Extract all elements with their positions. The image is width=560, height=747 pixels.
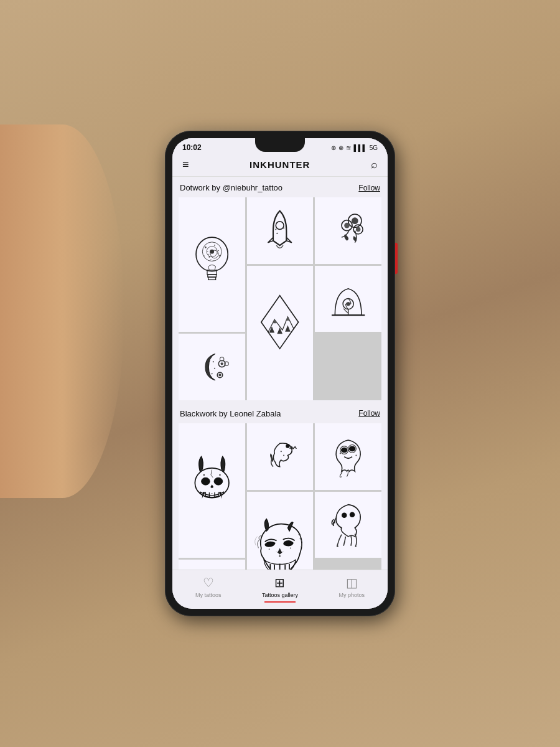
bottom-navigation: ♡ My tattoos ⊞ Tattoos gallery ◫ My phot… [172, 570, 388, 609]
svg-point-55 [211, 493, 212, 494]
svg-point-58 [283, 454, 284, 456]
grid-icon: ⊞ [274, 575, 285, 590]
status-time: 10:02 [182, 143, 202, 152]
svg-point-5 [218, 250, 219, 251]
tattoo-moon-flowers[interactable] [179, 334, 245, 400]
svg-point-53 [203, 474, 205, 476]
svg-point-40 [218, 374, 221, 376]
gallery-blackwork [179, 423, 381, 570]
svg-point-18 [217, 253, 217, 254]
svg-point-65 [355, 454, 357, 456]
svg-point-0 [196, 237, 228, 271]
svg-point-16 [208, 253, 209, 254]
nav-tattoos-gallery-label: Tattoos gallery [262, 592, 298, 598]
svg-point-24 [277, 233, 278, 234]
svg-point-71 [269, 549, 270, 550]
tattoo-dark-rose[interactable] [179, 560, 245, 570]
nav-my-tattoos[interactable]: ♡ My tattoos [172, 575, 244, 603]
svg-point-59 [341, 447, 348, 453]
phone-notch [255, 138, 305, 152]
section-dotwork-title: Dotwork by @niebuhr_tattoo [180, 183, 282, 192]
status-icons: ⊕ ⊗ ≋ ▌▌▌ 5G [331, 144, 378, 151]
menu-icon[interactable]: ≡ [182, 158, 189, 171]
svg-point-74 [342, 513, 347, 519]
section-dotwork-header: Dotwork by @niebuhr_tattoo Follow [179, 183, 381, 192]
svg-point-45 [211, 373, 212, 374]
tattoo-rocket[interactable] [247, 197, 314, 264]
svg-point-48 [214, 477, 223, 485]
section-blackwork-header: Blackwork by Leonel Zabala Follow [179, 409, 381, 418]
tattoo-lightbulb[interactable] [179, 197, 245, 332]
nav-my-photos[interactable]: ◫ My photos [316, 575, 388, 603]
svg-point-38 [220, 362, 223, 365]
tattoo-raptor[interactable] [247, 423, 314, 490]
svg-point-28 [344, 223, 350, 228]
tattoo-rose-dome[interactable] [315, 266, 381, 332]
svg-point-19 [210, 259, 211, 260]
tattoo-jellyfish-skull[interactable] [315, 492, 381, 558]
section-dotwork: Dotwork by @niebuhr_tattoo Follow [179, 183, 381, 400]
section-blackwork: Blackwork by Leonel Zabala Follow [179, 409, 381, 570]
svg-point-57 [281, 451, 282, 452]
svg-point-60 [349, 446, 356, 451]
content-area: Dotwork by @niebuhr_tattoo Follow [172, 177, 388, 570]
svg-point-33 [289, 329, 290, 331]
svg-point-30 [356, 227, 360, 231]
svg-point-32 [281, 331, 282, 332]
svg-point-56 [286, 444, 290, 448]
tattoo-hannya-mask[interactable] [247, 492, 314, 570]
nav-active-indicator [264, 601, 296, 603]
svg-point-23 [283, 227, 284, 228]
app-header: ≡ INKHUNTER ⌕ [172, 154, 388, 177]
svg-line-13 [208, 266, 209, 270]
heart-icon: ♡ [203, 575, 214, 590]
follow-blackwork-button[interactable]: Follow [358, 409, 380, 418]
svg-point-73 [279, 555, 281, 557]
tattoo-ghost-creature[interactable] [315, 423, 381, 490]
app-title: INKHUNTER [250, 159, 310, 170]
gallery-dotwork [179, 197, 381, 400]
hand-background [0, 125, 124, 498]
svg-point-4 [205, 247, 207, 248]
nav-my-photos-label: My photos [339, 592, 365, 598]
svg-point-20 [212, 260, 213, 261]
svg-point-47 [201, 477, 210, 485]
svg-point-6 [208, 256, 210, 257]
svg-rect-12 [208, 277, 215, 280]
svg-point-21 [276, 221, 284, 229]
svg-point-8 [219, 255, 221, 256]
svg-point-54 [219, 474, 221, 476]
svg-point-64 [340, 453, 341, 454]
tattoo-diamond-mountain[interactable] [247, 266, 314, 400]
svg-line-14 [215, 266, 216, 270]
svg-point-9 [203, 255, 205, 256]
section-blackwork-title: Blackwork by Leonel Zabala [180, 409, 281, 418]
svg-point-15 [207, 251, 208, 251]
follow-dotwork-button[interactable]: Follow [358, 184, 380, 192]
svg-point-22 [276, 228, 277, 230]
tattoo-demon-skull[interactable] [179, 423, 245, 558]
svg-point-72 [290, 548, 291, 549]
nav-tattoos-gallery[interactable]: ⊞ Tattoos gallery [244, 575, 315, 603]
svg-point-75 [350, 512, 355, 518]
photo-icon: ◫ [346, 575, 358, 590]
search-icon[interactable]: ⌕ [371, 158, 378, 171]
svg-point-26 [352, 217, 358, 224]
phone-device: 10:02 ⊕ ⊗ ≋ ▌▌▌ 5G ≡ INKHUNTER ⌕ Dotwork… [165, 131, 395, 616]
phone-screen: 10:02 ⊕ ⊗ ≋ ▌▌▌ 5G ≡ INKHUNTER ⌕ Dotwork… [172, 138, 388, 609]
svg-point-43 [212, 361, 213, 362]
svg-point-44 [214, 368, 215, 369]
svg-point-31 [271, 328, 273, 329]
nav-my-tattoos-label: My tattoos [195, 592, 222, 598]
svg-point-7 [214, 245, 215, 246]
svg-point-17 [215, 248, 216, 249]
tattoo-flowers[interactable] [315, 197, 381, 264]
